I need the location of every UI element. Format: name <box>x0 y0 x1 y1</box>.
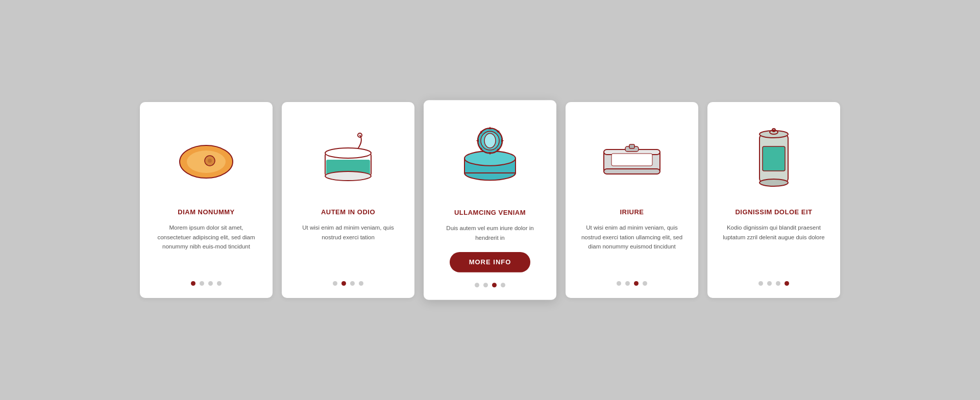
dot-1-3 <box>217 281 222 286</box>
dot-1-1 <box>200 281 204 286</box>
dot-3-2 <box>492 283 497 287</box>
card-1-dots <box>191 276 222 286</box>
dot-2-3 <box>359 281 363 286</box>
card-3-title: ULLAMCING VENIAM <box>454 208 526 216</box>
svg-point-31 <box>760 179 788 186</box>
card-5: DIGNISSIM DOLOE EIT Kodio dignissim qui … <box>707 102 840 298</box>
svg-point-3 <box>208 159 212 163</box>
card-3-dots <box>475 278 505 287</box>
card-1-text: Morem ipsum dolor sit amet, consectetuer… <box>152 223 260 267</box>
dot-2-2 <box>350 281 355 286</box>
dot-5-1 <box>767 281 772 286</box>
dot-3-1 <box>483 283 488 287</box>
open-tin-icon <box>457 126 523 188</box>
card-3-text: Duis autem vel eum iriure dolor in hendr… <box>436 223 544 243</box>
dot-5-2 <box>776 281 780 286</box>
dot-3-3 <box>501 283 505 287</box>
card-2: AUTEM IN ODIO Ut wisi enim ad minim veni… <box>282 102 414 298</box>
dot-4-2 <box>634 281 639 286</box>
dot-4-1 <box>625 281 630 286</box>
card-4: IRIURE Ut wisi enim ad minim veniam, qui… <box>566 102 698 298</box>
dot-3-0 <box>475 283 479 287</box>
card-1-title: DIAM NONUMMY <box>178 208 234 216</box>
tall-can-icon <box>748 125 799 191</box>
card-4-icon-area <box>578 117 686 199</box>
card-4-text: Ut wisi enim ad minim veniam, quis nostr… <box>578 223 686 267</box>
svg-rect-27 <box>629 144 634 148</box>
svg-point-22 <box>484 134 496 148</box>
card-4-dots <box>617 276 647 286</box>
dot-2-0 <box>333 281 337 286</box>
card-1-icon-area <box>152 117 260 199</box>
card-5-dots <box>758 276 789 286</box>
card-3-icon-area <box>436 116 544 199</box>
closed-tin-icon <box>599 135 665 181</box>
dot-2-1 <box>341 281 346 286</box>
dot-5-3 <box>785 281 789 286</box>
card-2-title: AUTEM IN ODIO <box>321 208 375 216</box>
card-2-text: Ut wisi enim ad minim veniam, quis nostr… <box>294 223 402 267</box>
svg-point-8 <box>325 171 371 181</box>
cards-container: DIAM NONUMMY Morem ipsum dolor sit amet,… <box>99 77 881 323</box>
svg-rect-25 <box>604 169 660 174</box>
card-5-text: Kodio dignissim qui blandit praesent lup… <box>720 223 828 267</box>
card-4-title: IRIURE <box>620 208 644 216</box>
dot-1-0 <box>191 281 195 286</box>
svg-rect-28 <box>611 154 652 166</box>
more-info-button[interactable]: MORE INFO <box>450 252 531 272</box>
card-2-icon-area <box>294 117 402 199</box>
dot-4-3 <box>643 281 647 286</box>
fish-slice-icon <box>173 135 239 181</box>
dot-5-0 <box>758 281 763 286</box>
card-3: ULLAMCING VENIAM Duis autem vel eum iriu… <box>424 100 556 299</box>
card-5-icon-area <box>720 117 828 199</box>
svg-point-6 <box>325 148 371 158</box>
dot-1-2 <box>208 281 213 286</box>
card-5-title: DIGNISSIM DOLOE EIT <box>735 208 812 216</box>
open-can-icon <box>315 130 381 186</box>
card-1: DIAM NONUMMY Morem ipsum dolor sit amet,… <box>140 102 273 298</box>
svg-rect-32 <box>763 146 785 171</box>
dot-4-0 <box>617 281 621 286</box>
card-2-dots <box>333 276 363 286</box>
